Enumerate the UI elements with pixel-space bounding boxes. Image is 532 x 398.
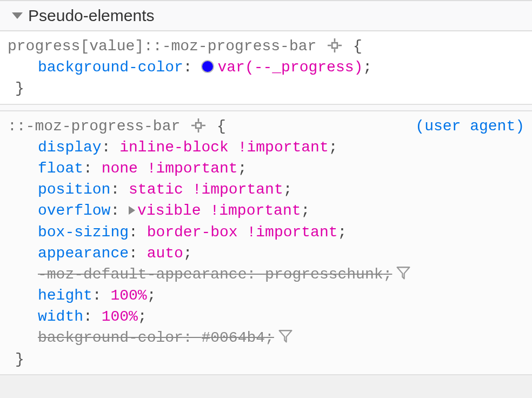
selector-text: progress[value]::-moz-progress-bar (8, 38, 316, 55)
important-flag: !important (229, 139, 329, 156)
declaration[interactable]: box-sizing: border-box !important; (8, 222, 524, 243)
property-value: 100% (110, 287, 147, 304)
selector-line[interactable]: ::-moz-progress-bar {(user agent) (8, 116, 524, 137)
selector-text: ::-moz-progress-bar (8, 118, 180, 135)
important-flag: !important (138, 160, 238, 177)
svg-rect-5 (196, 123, 201, 128)
selector-highlighter-icon[interactable] (191, 118, 205, 132)
colon: : (110, 181, 129, 198)
stylesheet-source-link[interactable]: (user agent) (415, 116, 524, 137)
css-rule: ::-moz-progress-bar {(user agent) displa… (0, 110, 532, 375)
css-rule: progress[value]::-moz-progress-bar { bac… (0, 31, 532, 105)
property-value: var(--_progress) (217, 59, 363, 76)
declaration[interactable]: background-color: #0064b4; (8, 327, 524, 348)
semicolon: ; (147, 287, 156, 304)
declaration[interactable]: height: 100%; (8, 285, 524, 306)
svg-rect-0 (332, 43, 337, 48)
property-name: box-sizing (38, 224, 129, 241)
semicolon: ; (138, 308, 147, 325)
colon: : (183, 329, 202, 346)
semicolon: ; (338, 224, 347, 241)
semicolon: ; (329, 139, 338, 156)
property-name: float (38, 160, 83, 177)
colon: : (92, 287, 111, 304)
property-name: overflow (38, 202, 110, 219)
semicolon: ; (363, 59, 372, 76)
declaration[interactable]: -moz-default-appearance: progresschunk; (8, 264, 524, 285)
property-value: auto (147, 245, 183, 262)
property-name: -moz-default-appearance (38, 266, 247, 283)
property-name: position (38, 181, 110, 198)
property-value: none (102, 160, 138, 177)
semicolon: ; (238, 160, 247, 177)
styles-panel: Pseudo-elements progress[value]::-moz-pr… (0, 0, 532, 375)
property-name: appearance (38, 245, 129, 262)
open-brace: { (217, 118, 226, 135)
property-value: #0064b4 (201, 329, 265, 346)
semicolon: ; (383, 266, 393, 283)
colon: : (247, 266, 265, 283)
close-brace: } (8, 78, 524, 99)
section-header-pseudo-elements[interactable]: Pseudo-elements (0, 0, 532, 31)
important-flag: !important (201, 202, 301, 219)
property-name: height (38, 287, 92, 304)
property-name: background-color (38, 329, 183, 346)
property-name: width (38, 308, 83, 325)
expand-icon (12, 12, 23, 19)
property-value: static (129, 181, 183, 198)
close-brace: } (8, 349, 524, 370)
filter-icon[interactable] (278, 329, 292, 343)
section-title: Pseudo-elements (28, 4, 154, 27)
declaration[interactable]: width: 100%; (8, 306, 524, 327)
colon: : (83, 308, 102, 325)
property-name: background-color (38, 59, 183, 76)
declaration[interactable]: appearance: auto; (8, 243, 524, 264)
filter-icon[interactable] (396, 266, 410, 280)
colon: : (102, 139, 120, 156)
declaration[interactable]: position: static !important; (8, 179, 524, 200)
important-flag: !important (183, 181, 283, 198)
declaration[interactable]: float: none !important; (8, 158, 524, 179)
property-value: visible (137, 202, 201, 219)
declaration[interactable]: overflow: visible !important; (8, 200, 524, 221)
semicolon: ; (183, 245, 192, 262)
open-brace: { (353, 38, 362, 55)
semicolon: ; (283, 181, 292, 198)
expand-shorthand-icon[interactable] (129, 206, 135, 215)
property-value: inline-block (119, 139, 229, 156)
property-value: progresschunk (265, 266, 383, 283)
colon: : (129, 245, 147, 262)
property-value: border-box (147, 224, 238, 241)
color-swatch-icon[interactable] (201, 60, 214, 73)
selector-highlighter-icon[interactable] (328, 38, 342, 52)
colon: : (83, 160, 102, 177)
colon: : (110, 202, 129, 219)
declaration[interactable]: display: inline-block !important; (8, 137, 524, 158)
colon: : (129, 224, 147, 241)
important-flag: !important (238, 224, 338, 241)
selector-line[interactable]: progress[value]::-moz-progress-bar { (8, 36, 524, 57)
property-value: 100% (102, 308, 138, 325)
semicolon: ; (301, 202, 310, 219)
declaration[interactable]: background-color: var(--_progress); (8, 57, 524, 78)
property-name: display (38, 139, 102, 156)
semicolon: ; (265, 329, 274, 346)
colon: : (183, 59, 192, 76)
